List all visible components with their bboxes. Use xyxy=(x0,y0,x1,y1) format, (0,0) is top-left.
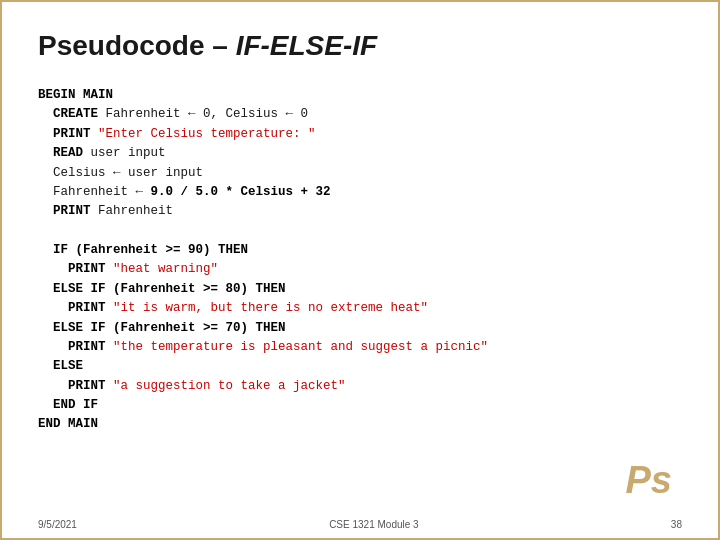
ps-logo: Ps xyxy=(626,459,672,502)
code-line-14: PRINT "the temperature is pleasant and s… xyxy=(38,338,682,357)
title-plain: Pseudocode – xyxy=(38,30,236,61)
slide-footer: 9/5/2021 CSE 1321 Module 3 38 xyxy=(2,519,718,530)
code-line-10: PRINT "heat warning" xyxy=(38,260,682,279)
code-line-9: IF (Fahrenheit >= 90) THEN xyxy=(38,241,682,260)
code-line-16: PRINT "a suggestion to take a jacket" xyxy=(38,377,682,396)
code-line-12: PRINT "it is warm, but there is no extre… xyxy=(38,299,682,318)
code-line-8 xyxy=(38,222,682,241)
footer-center: CSE 1321 Module 3 xyxy=(329,519,419,530)
slide-content: BEGIN MAIN CREATE Fahrenheit ← 0, Celsiu… xyxy=(2,72,718,538)
code-block: BEGIN MAIN CREATE Fahrenheit ← 0, Celsiu… xyxy=(38,86,682,435)
code-line-1: BEGIN MAIN xyxy=(38,86,682,105)
slide: Pseudocode – IF-ELSE-IF BEGIN MAIN CREAT… xyxy=(0,0,720,540)
code-line-3: PRINT "Enter Celsius temperature: " xyxy=(38,125,682,144)
code-line-7: PRINT Fahrenheit xyxy=(38,202,682,221)
code-line-17: END IF xyxy=(38,396,682,415)
code-line-2: CREATE Fahrenheit ← 0, Celsius ← 0 xyxy=(38,105,682,124)
slide-title: Pseudocode – IF-ELSE-IF xyxy=(2,2,718,72)
footer-left: 9/5/2021 xyxy=(38,519,77,530)
code-line-18: END MAIN xyxy=(38,415,682,434)
code-line-5: Celsius ← user input xyxy=(38,164,682,183)
code-line-13: ELSE IF (Fahrenheit >= 70) THEN xyxy=(38,319,682,338)
code-line-6: Fahrenheit ← 9.0 / 5.0 * Celsius + 32 xyxy=(38,183,682,202)
footer-right: 38 xyxy=(671,519,682,530)
title-italic: IF-ELSE-IF xyxy=(236,30,378,61)
code-line-11: ELSE IF (Fahrenheit >= 80) THEN xyxy=(38,280,682,299)
code-line-15: ELSE xyxy=(38,357,682,376)
code-line-4: READ user input xyxy=(38,144,682,163)
